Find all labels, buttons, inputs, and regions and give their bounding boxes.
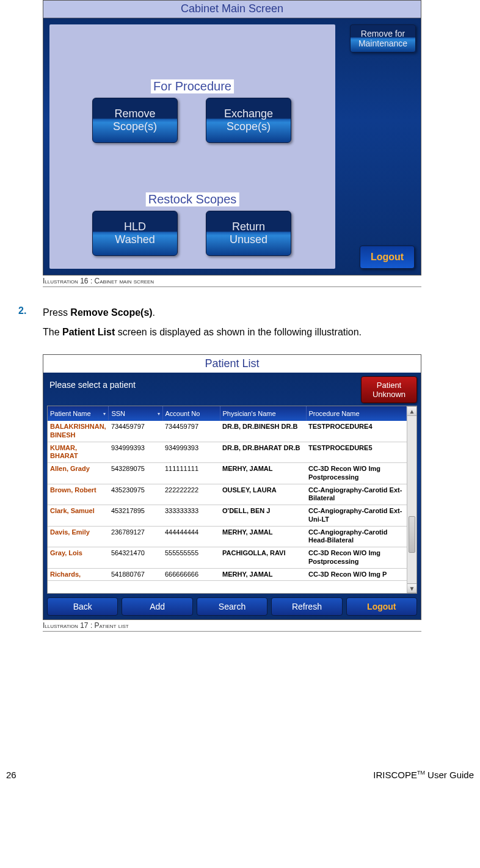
scroll-down-icon[interactable]: ▼ [407, 583, 416, 593]
illustration-17-caption: Illustration 17 : Patient list [43, 621, 421, 630]
refresh-button[interactable]: Refresh [271, 597, 342, 616]
scroll-thumb[interactable] [409, 516, 415, 553]
illustration-17: Patient List Please select a patient Pat… [43, 354, 421, 632]
footer-brand: IRISCOPETM User Guide [373, 770, 474, 780]
page-footer: 26 IRISCOPETM User Guide [0, 770, 480, 786]
page-number: 26 [6, 770, 16, 780]
patient-list-prompt: Please select a patient [47, 376, 138, 393]
table-row[interactable]: Brown, Robert435230975222222222OUSLEY, L… [48, 484, 407, 505]
patient-table: Patient Name SSN Account No Physician's … [48, 406, 407, 581]
step-2: 2. Press Remove Scope(s). The Patient Li… [18, 305, 462, 340]
scrollbar[interactable]: ▲ ▼ [407, 406, 416, 593]
col-patient-name[interactable]: Patient Name [48, 406, 109, 421]
patient-list-title: Patient List [43, 355, 421, 373]
table-row[interactable]: Clark, Samuel453217895333333333O'DELL, B… [48, 505, 407, 527]
cabinet-title: Cabinet Main Screen [43, 1, 421, 18]
table-row[interactable]: Allen, Grady543289075111111111MERHY, JAM… [48, 463, 407, 484]
col-procedure[interactable]: Procedure Name [306, 406, 407, 421]
remove-for-maintenance-button[interactable]: Remove for Maintenance [350, 24, 416, 53]
restock-scopes-heading: Restock Scopes [146, 192, 239, 206]
search-button[interactable]: Search [197, 597, 267, 616]
exchange-scopes-button[interactable]: Exchange Scope(s) [206, 98, 291, 143]
table-row[interactable]: Gray, Lois564321470555555555PACHIGOLLA, … [48, 547, 407, 569]
for-procedure-heading: For Procedure [151, 79, 234, 93]
table-row[interactable]: KUMAR, BHARAT934999393934999393DR.B, DR.… [48, 442, 407, 463]
add-button[interactable]: Add [122, 597, 192, 616]
return-unused-button[interactable]: Return Unused [206, 211, 291, 256]
table-row[interactable]: BALAKRISHNAN, BINESH734459797734459797DR… [48, 421, 407, 442]
col-ssn[interactable]: SSN [109, 406, 162, 421]
illustration-16: Cabinet Main Screen For Procedure Remove… [43, 0, 421, 287]
step-number: 2. [18, 305, 31, 340]
patient-unknown-button[interactable]: Patient Unknown [361, 376, 417, 403]
remove-scopes-button[interactable]: Remove Scope(s) [92, 98, 178, 143]
hld-washed-button[interactable]: HLD Washed [92, 211, 178, 256]
scroll-up-icon[interactable]: ▲ [407, 406, 416, 416]
col-physician[interactable]: Physician's Name [220, 406, 306, 421]
logout-button[interactable]: Logout [360, 246, 415, 269]
col-account[interactable]: Account No [162, 406, 220, 421]
table-row[interactable]: Richards,541880767666666666MERHY, JAMALC… [48, 568, 407, 581]
back-button[interactable]: Back [47, 597, 118, 616]
pl-logout-button[interactable]: Logout [346, 597, 417, 616]
table-row[interactable]: Davis, Emily236789127444444444MERHY, JAM… [48, 526, 407, 547]
illustration-16-caption: Illustration 16 : Cabinet main screen [43, 277, 421, 285]
